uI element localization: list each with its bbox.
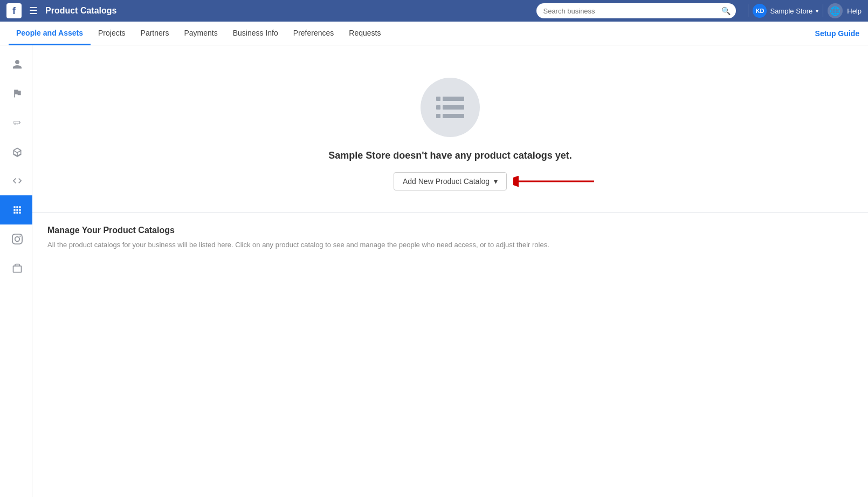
main-layout: Sample Store doesn't have any product ca… xyxy=(0,45,868,497)
search-input[interactable] xyxy=(536,3,736,18)
catalog-list-icon xyxy=(434,94,466,120)
red-arrow-annotation xyxy=(513,171,600,192)
empty-state-message: Sample Store doesn't have any product ca… xyxy=(328,150,571,161)
svg-rect-0 xyxy=(436,97,440,101)
code-icon xyxy=(12,175,23,186)
flag-icon xyxy=(12,88,23,99)
tab-people-and-assets[interactable]: People and Assets xyxy=(9,22,91,45)
svg-rect-2 xyxy=(436,105,440,110)
globe-icon[interactable]: 🌐 xyxy=(828,3,843,18)
dropdown-icon: ▾ xyxy=(494,177,498,186)
facebook-logo: f xyxy=(6,3,22,18)
manage-section: Manage Your Product Catalogs All the pro… xyxy=(32,213,868,263)
megaphone-icon xyxy=(12,117,23,128)
empty-state-icon-circle xyxy=(421,78,480,137)
add-catalog-button[interactable]: Add New Product Catalog ▾ xyxy=(394,172,507,190)
page-title: Product Catalogs xyxy=(45,6,116,16)
tab-preferences[interactable]: Preferences xyxy=(286,22,341,45)
sidebar-item-people[interactable] xyxy=(0,50,32,79)
tab-payments[interactable]: Payments xyxy=(176,22,225,45)
sidebar-item-pixels[interactable] xyxy=(0,166,32,195)
search-bar-container: 🔍 xyxy=(536,3,736,18)
svg-rect-3 xyxy=(443,105,464,110)
help-link[interactable]: Help xyxy=(847,7,862,15)
manage-section-title: Manage Your Product Catalogs xyxy=(47,226,853,235)
nav-divider xyxy=(748,4,748,17)
tab-requests[interactable]: Requests xyxy=(341,22,388,45)
sidebar-item-pages[interactable] xyxy=(0,79,32,108)
store-name: Sample Store xyxy=(770,7,812,15)
svg-rect-4 xyxy=(436,114,440,118)
tab-business-info[interactable]: Business Info xyxy=(225,22,286,45)
person-icon xyxy=(12,59,23,70)
sidebar-item-business[interactable] xyxy=(0,254,32,283)
add-catalog-row: Add New Product Catalog ▾ xyxy=(394,172,507,190)
sidebar xyxy=(0,45,32,497)
arrow-svg xyxy=(513,171,600,192)
top-nav-right: KD Sample Store ▾ 🌐 Help xyxy=(748,3,862,18)
chevron-down-icon: ▾ xyxy=(816,8,818,14)
empty-state: Sample Store doesn't have any product ca… xyxy=(32,45,868,213)
tabs-navigation: People and Assets Projects Partners Paym… xyxy=(0,22,868,45)
store-selector[interactable]: KD Sample Store ▾ xyxy=(753,4,818,18)
tab-partners[interactable]: Partners xyxy=(133,22,177,45)
sidebar-item-catalog[interactable] xyxy=(0,137,32,166)
svg-rect-1 xyxy=(443,97,464,101)
search-icon: 🔍 xyxy=(721,6,731,15)
instagram-icon xyxy=(12,234,23,244)
tab-projects[interactable]: Projects xyxy=(91,22,133,45)
top-navigation: f ☰ Product Catalogs 🔍 KD Sample Store ▾… xyxy=(0,0,868,22)
sidebar-item-ad-accounts[interactable] xyxy=(0,108,32,137)
svg-rect-5 xyxy=(443,114,464,118)
manage-section-description: All the product catalogs for your busine… xyxy=(47,240,853,250)
setup-guide-link[interactable]: Setup Guide xyxy=(815,29,859,38)
briefcase-icon xyxy=(12,263,23,274)
content-area: Sample Store doesn't have any product ca… xyxy=(32,45,868,497)
box-icon xyxy=(12,146,23,157)
nav-divider2 xyxy=(823,4,823,17)
sidebar-item-apps[interactable] xyxy=(0,195,32,224)
sidebar-item-instagram[interactable] xyxy=(0,224,32,254)
store-avatar: KD xyxy=(753,4,767,18)
grid-icon xyxy=(12,205,23,215)
hamburger-menu[interactable]: ☰ xyxy=(27,3,40,19)
